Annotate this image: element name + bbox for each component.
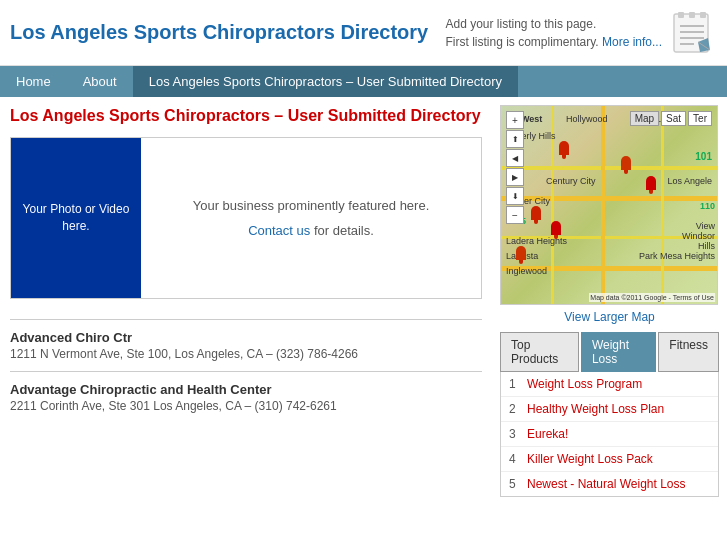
photo-video-box: Your Photo or Video here. xyxy=(11,138,141,298)
product-link-1[interactable]: Weight Loss Program xyxy=(527,377,642,391)
main-content: Los Angeles Sports Chiropractors – User … xyxy=(0,97,727,505)
product-link-2[interactable]: Healthy Weight Loss Plan xyxy=(527,402,664,416)
product-tabs: Top Products Weight Loss Fitness xyxy=(500,332,719,372)
view-larger-link[interactable]: View Larger Map xyxy=(564,310,655,324)
promo-line1: Add your listing to this page. xyxy=(445,17,596,31)
svg-rect-3 xyxy=(700,12,706,18)
product-item-1: 1 Weight Loss Program xyxy=(501,372,718,397)
listing-1-address: 1211 N Vermont Ave, Ste 100, Los Angeles… xyxy=(10,347,482,361)
map-copyright: Map data ©2011 Google - Terms of Use xyxy=(589,293,715,302)
product-num-1: 1 xyxy=(509,377,521,391)
contact-us-link[interactable]: Contact us xyxy=(248,223,310,238)
product-item-4: 4 Killer Weight Loss Pack xyxy=(501,447,718,472)
product-item-3: 3 Eureka! xyxy=(501,422,718,447)
pan-left-button[interactable]: ◀ xyxy=(506,149,524,167)
zoom-in-button[interactable]: + xyxy=(506,111,524,129)
map-type-sat-button[interactable]: Sat xyxy=(661,111,686,126)
featured-description: Your business prominently featured here. xyxy=(193,198,430,213)
map-controls: + ⬆ ◀ ▶ ⬇ − xyxy=(506,111,524,224)
product-num-4: 4 xyxy=(509,452,521,466)
product-link-4[interactable]: Killer Weight Loss Pack xyxy=(527,452,653,466)
promo-line2: First listing is complimentary. xyxy=(445,35,598,49)
header-promo: Add your listing to this page. First lis… xyxy=(445,15,662,51)
pan-right-button[interactable]: ▶ xyxy=(506,168,524,186)
site-header: Los Angeles Sports Chiropractors Directo… xyxy=(0,0,727,66)
listing-1: Advanced Chiro Ctr 1211 N Vermont Ave, S… xyxy=(10,319,482,371)
featured-listing-box: Your Photo or Video here. Your business … xyxy=(10,137,482,299)
nav-home[interactable]: Home xyxy=(0,66,67,97)
product-num-5: 5 xyxy=(509,477,521,491)
left-content: Los Angeles Sports Chiropractors – User … xyxy=(0,97,492,505)
map-image: West Hollywood Silver Lake Beverly Hills… xyxy=(501,106,717,304)
product-num-2: 2 xyxy=(509,402,521,416)
map-type-controls: Map Sat Ter xyxy=(630,111,712,126)
featured-contact: Contact us for details. xyxy=(248,223,374,238)
contact-suffix: for details. xyxy=(310,223,374,238)
product-item-2: 2 Healthy Weight Loss Plan xyxy=(501,397,718,422)
tab-weight-loss[interactable]: Weight Loss xyxy=(581,332,656,372)
listing-2-name: Advantage Chiropractic and Health Center xyxy=(10,382,482,397)
product-link-3[interactable]: Eureka! xyxy=(527,427,568,441)
tab-top-products[interactable]: Top Products xyxy=(500,332,579,372)
header-right: Add your listing to this page. First lis… xyxy=(445,10,712,55)
product-num-3: 3 xyxy=(509,427,521,441)
svg-rect-1 xyxy=(678,12,684,18)
more-info-link[interactable]: More info... xyxy=(602,35,662,49)
tab-fitness[interactable]: Fitness xyxy=(658,332,719,372)
svg-rect-2 xyxy=(689,12,695,18)
site-title: Los Angeles Sports Chiropractors Directo… xyxy=(10,21,428,44)
nav-directory[interactable]: Los Angeles Sports Chiropractors – User … xyxy=(133,66,518,97)
main-nav: Home About Los Angeles Sports Chiropract… xyxy=(0,66,727,97)
view-larger-map[interactable]: View Larger Map xyxy=(500,310,719,324)
right-sidebar: West Hollywood Silver Lake Beverly Hills… xyxy=(492,97,727,505)
featured-text-area: Your business prominently featured here.… xyxy=(141,138,481,298)
listing-2: Advantage Chiropractic and Health Center… xyxy=(10,371,482,423)
listing-1-name: Advanced Chiro Ctr xyxy=(10,330,482,345)
products-list: 1 Weight Loss Program 2 Healthy Weight L… xyxy=(500,372,719,497)
notepad-icon xyxy=(672,10,712,55)
product-link-5[interactable]: Newest - Natural Weight Loss xyxy=(527,477,686,491)
map-area[interactable]: West Hollywood Silver Lake Beverly Hills… xyxy=(500,105,718,305)
map-type-map-button[interactable]: Map xyxy=(630,111,659,126)
nav-about[interactable]: About xyxy=(67,66,133,97)
zoom-out-button[interactable]: − xyxy=(506,206,524,224)
listing-2-address: 2211 Corinth Ave, Ste 301 Los Angeles, C… xyxy=(10,399,482,413)
map-type-ter-button[interactable]: Ter xyxy=(688,111,712,126)
product-item-5: 5 Newest - Natural Weight Loss xyxy=(501,472,718,496)
pan-down-button[interactable]: ⬇ xyxy=(506,187,524,205)
pan-arrows-button[interactable]: ⬆ xyxy=(506,130,524,148)
page-title: Los Angeles Sports Chiropractors – User … xyxy=(10,107,482,125)
